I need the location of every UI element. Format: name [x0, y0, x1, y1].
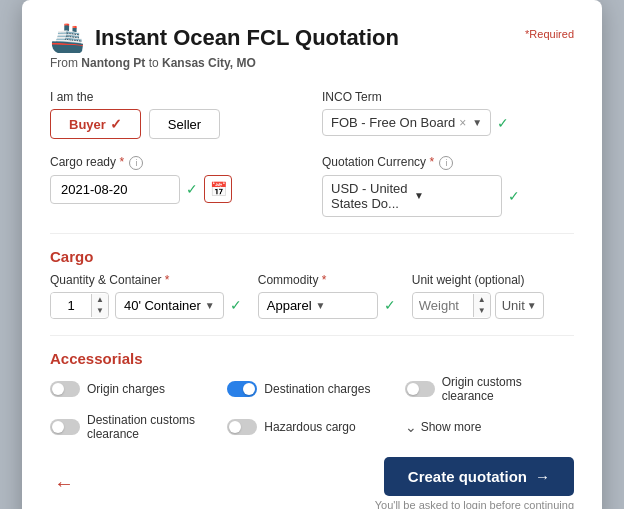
date-field-wrap: ✓ 📅: [50, 175, 302, 204]
cargo-divider: [50, 233, 574, 234]
acc-divider: [50, 335, 574, 336]
acc-label-0: Origin charges: [87, 382, 165, 396]
buyer-button[interactable]: Buyer ✓: [50, 109, 141, 139]
role-field-group: I am the Buyer ✓ Seller: [50, 90, 302, 139]
commodity-arrow-icon: ▼: [316, 300, 326, 311]
weight-down-button[interactable]: ▼: [474, 305, 490, 317]
commodity-group: Commodity * Apparel ▼ ✓: [258, 273, 396, 319]
cargo-section-title: Cargo: [50, 248, 574, 265]
commodity-wrap: Apparel ▼ ✓: [258, 292, 396, 319]
weight-wrap: ▲ ▼ Unit ▼: [412, 292, 544, 319]
container-arrow-icon: ▼: [205, 300, 215, 311]
inco-clear-icon[interactable]: ×: [459, 116, 466, 130]
acc-item-2: Origin customs clearance: [405, 375, 574, 403]
role-label: I am the: [50, 90, 302, 104]
currency-arrow-icon: ▼: [414, 190, 493, 201]
commodity-label: Commodity *: [258, 273, 396, 287]
buyer-check-icon: ✓: [110, 116, 122, 132]
back-button[interactable]: ←: [50, 468, 78, 499]
origin-label: Nantong Pt: [81, 56, 145, 70]
unit-weight-group: Unit weight (optional) ▲ ▼ Unit ▼: [412, 273, 544, 319]
toggle-destination-charges[interactable]: [227, 381, 257, 397]
accessorials-grid: Origin charges Destination charges Origi…: [50, 375, 574, 441]
quantity-arrows: ▲ ▼: [91, 294, 108, 317]
toggle-origin-customs[interactable]: [405, 381, 435, 397]
currency-info-icon: i: [439, 156, 453, 170]
inco-arrow-icon: ▼: [472, 117, 482, 128]
acc-label-4: Hazardous cargo: [264, 420, 355, 434]
calendar-icon: 📅: [210, 181, 227, 197]
cargo-info-icon: i: [129, 156, 143, 170]
acc-item-1: Destination charges: [227, 375, 396, 403]
create-btn-label: Create quotation: [408, 468, 527, 485]
container-select[interactable]: 40' Container ▼: [115, 292, 224, 319]
acc-label-2: Origin customs clearance: [442, 375, 574, 403]
toggle-hazardous[interactable]: [227, 419, 257, 435]
destination-label: Kansas City, MO: [162, 56, 256, 70]
weight-up-button[interactable]: ▲: [474, 294, 490, 306]
footer: ← Create quotation → You'll be asked to …: [50, 457, 574, 509]
acc-label-1: Destination charges: [264, 382, 370, 396]
row-role-inco: I am the Buyer ✓ Seller INCO Term FOB - …: [50, 90, 574, 139]
quantity-field[interactable]: ▲ ▼: [50, 292, 109, 319]
container-value: 40' Container: [124, 298, 201, 313]
acc-item-4: Hazardous cargo: [227, 413, 396, 441]
unit-weight-label: Unit weight (optional): [412, 273, 544, 287]
cargo-ready-input[interactable]: [50, 175, 180, 204]
login-note: You'll be asked to login before continui…: [375, 499, 574, 509]
inco-field-group: INCO Term FOB - Free On Board × ▼ ✓: [322, 90, 574, 136]
modal-header: 🚢 Instant Ocean FCL Quotation *Required: [50, 24, 574, 52]
currency-wrap: USD - United States Do... ▼ ✓: [322, 175, 574, 217]
qty-container-label: Quantity & Container *: [50, 273, 242, 287]
ship-icon: 🚢: [50, 24, 85, 52]
qty-check-icon: ✓: [230, 297, 242, 313]
qty-down-button[interactable]: ▼: [92, 305, 108, 317]
currency-required-star: *: [429, 155, 434, 169]
modal-container: 🚢 Instant Ocean FCL Quotation *Required …: [22, 0, 602, 509]
inco-select[interactable]: FOB - Free On Board × ▼: [322, 109, 491, 136]
currency-check-icon: ✓: [508, 188, 520, 204]
acc-label-3: Destination customs clearance: [87, 413, 219, 441]
inco-value: FOB - Free On Board: [331, 115, 455, 130]
create-arrow-icon: →: [535, 468, 550, 485]
acc-item-3: Destination customs clearance: [50, 413, 219, 441]
unit-select[interactable]: Unit ▼: [495, 292, 544, 319]
accessorials-section: Accessorials Origin charges Destination …: [50, 350, 574, 441]
show-more-button[interactable]: ⌄ Show more: [405, 413, 574, 441]
toggle-origin-charges[interactable]: [50, 381, 80, 397]
commodity-select[interactable]: Apparel ▼: [258, 292, 378, 319]
inco-label: INCO Term: [322, 90, 574, 104]
header-left: 🚢 Instant Ocean FCL Quotation: [50, 24, 399, 52]
date-check-icon: ✓: [186, 181, 198, 197]
inco-select-wrap: FOB - Free On Board × ▼ ✓: [322, 109, 574, 136]
weight-input[interactable]: [413, 293, 473, 318]
cargo-required-star: *: [119, 155, 124, 169]
role-buttons: Buyer ✓ Seller: [50, 109, 302, 139]
currency-select[interactable]: USD - United States Do... ▼: [322, 175, 502, 217]
toggle-destination-customs[interactable]: [50, 419, 80, 435]
unit-placeholder: Unit: [502, 298, 525, 313]
subtitle: From Nantong Pt to Kansas City, MO: [50, 56, 574, 70]
quantity-input[interactable]: [51, 293, 91, 318]
accessorials-title: Accessorials: [50, 350, 574, 367]
back-arrow-icon: ←: [54, 472, 74, 494]
unit-arrow-icon: ▼: [527, 300, 537, 311]
row-date-currency: Cargo ready * i ✓ 📅 Quotation Currency *…: [50, 155, 574, 217]
show-more-label: Show more: [421, 420, 482, 434]
footer-right: Create quotation → You'll be asked to lo…: [375, 457, 574, 509]
currency-group: Quotation Currency * i USD - United Stat…: [322, 155, 574, 217]
create-quotation-button[interactable]: Create quotation →: [384, 457, 574, 496]
acc-item-0: Origin charges: [50, 375, 219, 403]
inco-check-icon: ✓: [497, 115, 509, 131]
qty-container-group: Quantity & Container * ▲ ▼ 40' Container…: [50, 273, 242, 319]
commodity-value: Apparel: [267, 298, 312, 313]
currency-label: Quotation Currency * i: [322, 155, 574, 170]
commodity-check-icon: ✓: [384, 297, 396, 313]
show-more-icon: ⌄: [405, 419, 417, 435]
calendar-button[interactable]: 📅: [204, 175, 232, 203]
cargo-section: Cargo Quantity & Container * ▲ ▼: [50, 248, 574, 319]
cargo-ready-group: Cargo ready * i ✓ 📅: [50, 155, 302, 204]
currency-value: USD - United States Do...: [331, 181, 410, 211]
seller-button[interactable]: Seller: [149, 109, 220, 139]
qty-up-button[interactable]: ▲: [92, 294, 108, 306]
